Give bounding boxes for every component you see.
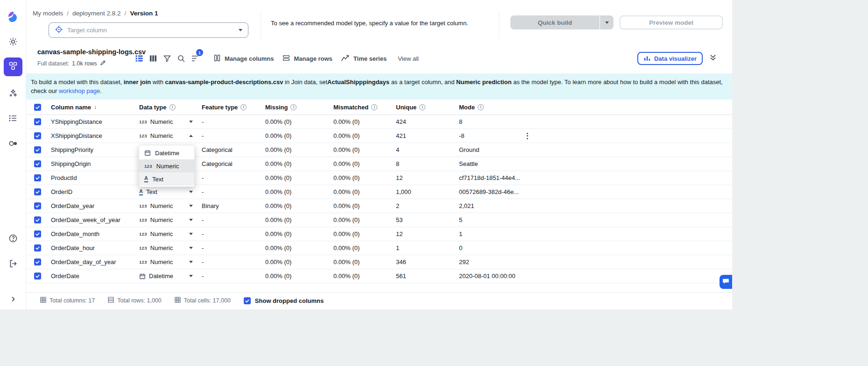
collapse-double-chevron-icon[interactable] (709, 54, 717, 63)
sidebar-item-my-models[interactable] (4, 57, 22, 76)
info-icon[interactable]: i (419, 104, 425, 110)
ready-to-use-models-icon[interactable] (4, 84, 22, 102)
target-icon (55, 25, 63, 36)
info-icon[interactable]: i (290, 104, 296, 110)
row-checkbox[interactable] (34, 118, 41, 125)
data-type-select[interactable]: 123Numeric (139, 258, 193, 266)
edit-pencil-icon[interactable] (100, 60, 106, 67)
data-type-select[interactable]: AText (139, 188, 193, 195)
header-feature-type: Feature typei (202, 104, 265, 111)
logout-icon[interactable] (4, 254, 22, 273)
table-row: ShippingPriorityCategorical0.00% (0)0.00… (26, 143, 732, 157)
info-icon[interactable]: i (169, 104, 176, 110)
chat-bubble-button[interactable] (720, 275, 732, 289)
feature-type-cell: - (202, 188, 265, 195)
feature-type-cell: - (202, 244, 265, 251)
data-type-select[interactable]: 123Numeric (139, 216, 193, 223)
numeric-type-icon: 123 (139, 203, 147, 208)
top-header: My models / deployment 2.8.2 / Version 1… (26, 0, 732, 45)
data-type-select[interactable]: 123Numeric (139, 202, 193, 209)
row-checkbox[interactable] (34, 132, 41, 139)
rows-count-link[interactable]: 1.0k rows (72, 60, 97, 67)
manage-columns-button[interactable]: Manage columns (213, 54, 274, 64)
missing-cell: 0.00% (0) (265, 216, 333, 223)
mode-cell: 2,021 (459, 202, 732, 209)
missing-cell: 0.00% (0) (265, 174, 333, 181)
divider (261, 12, 261, 38)
workshop-page-link[interactable]: workshop page (59, 87, 100, 94)
grid-view-icon[interactable] (148, 52, 158, 65)
table-row: ProductId-0.00% (0)0.00% (0)12cf71718d-1… (26, 171, 732, 185)
mode-cell: 00572689-382d-46e... (459, 188, 732, 195)
breadcrumb-my-models[interactable]: My models (33, 10, 63, 17)
row-checkbox[interactable] (34, 244, 41, 251)
dataset-subtitle: Full dataset: 1.0k rows (37, 60, 106, 67)
chevron-down-icon (189, 261, 193, 263)
column-name-cell: OrderID (51, 188, 139, 195)
numeric-type-icon: 123 (144, 164, 152, 169)
model-compare-icon[interactable] (4, 134, 22, 153)
type-option-datetime[interactable]: Datetime (139, 146, 194, 159)
unique-cell: 1 (396, 244, 459, 251)
type-option-numeric[interactable]: 123Numeric (139, 159, 194, 172)
select-all-checkbox[interactable] (34, 104, 41, 111)
view-all-link[interactable]: View all (398, 55, 419, 62)
header-unique: Uniquei (396, 104, 459, 111)
calendar-icon (144, 150, 151, 156)
filter-funnel-icon[interactable] (162, 52, 172, 65)
data-type-select[interactable]: 123Numeric (139, 118, 193, 125)
quick-build-button[interactable]: Quick build (510, 15, 600, 29)
row-checkbox[interactable] (34, 160, 41, 167)
quick-build-dropdown-arrow[interactable] (600, 15, 614, 29)
data-type-select[interactable]: 123Numeric (139, 132, 193, 139)
table-row: OrderDate_year123NumericBinary0.00% (0)0… (26, 199, 732, 213)
help-icon[interactable] (4, 229, 22, 248)
table-body: YShippingDistance123Numeric-0.00% (0)0.0… (26, 115, 732, 283)
row-checkbox[interactable] (34, 230, 41, 237)
feature-type-cell: Categorical (202, 146, 265, 153)
preview-model-button[interactable]: Preview model (620, 15, 723, 29)
data-type-select[interactable]: 123Numeric (139, 244, 193, 251)
header-column-name[interactable]: Column name↓ (51, 104, 139, 111)
status-footer: Total columns: 17 Total rows: 1,000 Tota… (26, 292, 732, 309)
row-actions-kebab-icon[interactable] (525, 131, 530, 141)
manage-rows-button[interactable]: Manage rows (282, 54, 332, 64)
chevron-down-icon (239, 29, 242, 31)
time-series-button[interactable]: Time series (341, 54, 387, 64)
info-icon[interactable]: i (240, 104, 247, 110)
row-checkbox[interactable] (34, 216, 41, 223)
type-option-text[interactable]: AText (139, 172, 194, 186)
target-column-select[interactable]: Target column (49, 22, 248, 38)
table-row: OrderDate_month123Numeric-0.00% (0)0.00%… (26, 227, 732, 241)
missing-cell: 0.00% (0) (265, 244, 333, 251)
show-dropped-columns: Show dropped columns (244, 297, 324, 304)
chevron-down-icon (189, 247, 193, 249)
settings-gear-icon[interactable] (4, 32, 22, 51)
feature-type-cell: - (202, 216, 265, 223)
info-icon[interactable]: i (371, 104, 377, 110)
row-checkbox[interactable] (34, 258, 41, 266)
row-checkbox[interactable] (34, 202, 41, 209)
expand-sidebar-icon[interactable] (4, 290, 22, 309)
search-icon[interactable] (176, 52, 186, 65)
breadcrumb-deployment[interactable]: deployment 2.8.2 (72, 10, 121, 17)
sort-filter-icon[interactable]: 1 (191, 52, 200, 65)
show-dropped-checkbox[interactable] (244, 297, 251, 304)
mode-cell: 0 (459, 244, 732, 251)
row-checkbox[interactable] (34, 146, 41, 153)
data-visualizer-button[interactable]: Data visualizer (637, 52, 703, 65)
info-icon[interactable]: i (478, 104, 484, 110)
list-view-icon[interactable] (134, 52, 144, 65)
grid-icon (40, 297, 46, 304)
data-type-select[interactable]: Datetime (139, 273, 193, 280)
total-rows: Total rows: 1,000 (108, 297, 162, 304)
data-type-select[interactable]: 123Numeric (139, 230, 193, 237)
table-row: OrderDate_day_of_year123Numeric-0.00% (0… (26, 255, 732, 269)
target-column-placeholder: Target column (67, 27, 234, 34)
table-row: OrderDateDatetime-0.00% (0)0.00% (0)5612… (26, 269, 732, 283)
row-checkbox[interactable] (34, 174, 41, 181)
row-checkbox[interactable] (34, 188, 41, 195)
header-mismatched: Mismatchedi (333, 104, 396, 111)
datasets-list-icon[interactable] (4, 109, 22, 128)
row-checkbox[interactable] (34, 273, 41, 280)
